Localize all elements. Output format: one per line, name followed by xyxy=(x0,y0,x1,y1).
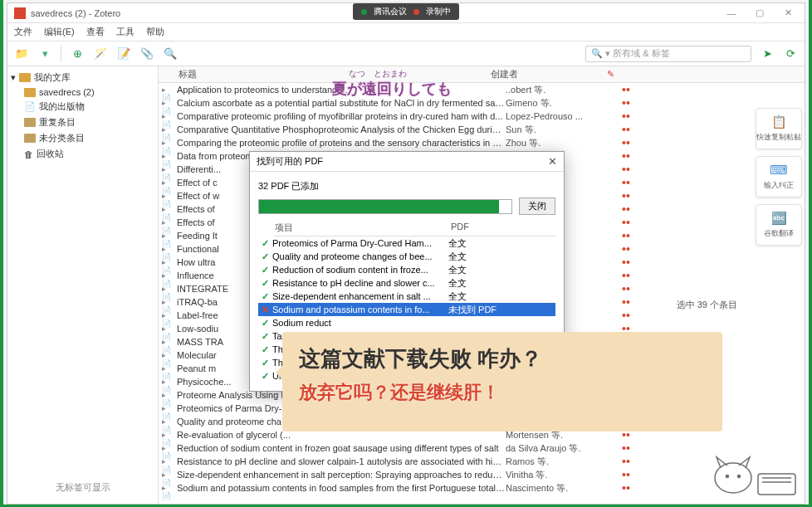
dialog-msg: 32 PDF 已添加 xyxy=(258,180,555,193)
sync-icon[interactable]: ⟳ xyxy=(783,46,798,61)
lookup-icon[interactable]: 🔍 xyxy=(163,46,178,61)
rtool-input-correct[interactable]: ⌨输入纠正 xyxy=(756,156,802,197)
new-item-icon[interactable]: ⊕ xyxy=(70,46,85,61)
progress-bar xyxy=(258,199,512,214)
app-icon xyxy=(14,7,26,19)
sidebar-item[interactable]: 未分类条目 xyxy=(7,130,158,146)
dialog-row[interactable]: ✓Quality and proteome changes of bee...全… xyxy=(258,250,555,263)
sidebar-my-library[interactable]: ▾我的文库 xyxy=(7,70,158,85)
column-headers[interactable]: 标题 创建者 ✎ xyxy=(159,66,805,83)
new-library-icon[interactable]: ▾ xyxy=(37,46,52,61)
menu-help[interactable]: 帮助 xyxy=(146,26,164,38)
menu-file[interactable]: 文件 xyxy=(14,26,32,38)
svg-point-1 xyxy=(726,475,729,478)
sidebar-item[interactable]: 重复条目 xyxy=(7,115,158,130)
maximize-button[interactable]: ▢ xyxy=(750,6,770,21)
table-row[interactable]: ▸📄Comparative proteomic profiling of myo… xyxy=(159,110,805,123)
rtool-copy-paste[interactable]: 📋快速复制粘贴 xyxy=(756,108,802,149)
menubar: 文件 编辑(E) 查看 工具 帮助 xyxy=(7,23,805,41)
toolbar: 📁 ▾ ⊕ 🪄 📝 📎 🔍 🔍 ▾ 所有域 & 标签 ➤ ⟳ xyxy=(7,41,805,66)
speech-line1: 这篇文献下载失败 咋办？ xyxy=(299,344,706,373)
speech-bubble: 这篇文献下载失败 咋办？ 放弃它吗？还是继续肝！ xyxy=(282,332,722,431)
selection-count: 选中 39 个条目 xyxy=(677,299,737,311)
recording-pill: 腾讯会议 录制中 xyxy=(353,3,459,20)
sidebar-item[interactable]: savedrecs (2) xyxy=(7,85,158,99)
sidebar-item[interactable]: 📄我的出版物 xyxy=(7,99,158,115)
dialog-row[interactable]: ✓Size-dependent enhancement in salt ...全… xyxy=(258,290,555,303)
attach-icon[interactable]: 📎 xyxy=(139,46,154,61)
table-row[interactable]: ▸📄Application to proteomics to understan… xyxy=(159,83,805,96)
menu-tools[interactable]: 工具 xyxy=(116,26,135,38)
wand-icon[interactable]: 🪄 xyxy=(93,46,108,61)
dialog-title: 找到可用的 PDF xyxy=(257,155,323,168)
menu-edit[interactable]: 编辑(E) xyxy=(44,26,75,38)
svg-rect-3 xyxy=(758,474,795,495)
table-row[interactable]: ▸📄Calcium ascorbate as a potential parti… xyxy=(159,96,805,110)
svg-point-2 xyxy=(738,475,741,478)
locate-icon[interactable]: ➤ xyxy=(760,46,775,61)
lyrics-furigana: なつ とおまわ xyxy=(349,68,407,80)
sidebar: ▾我的文库 savedrecs (2) 📄我的出版物 重复条目 未分类条目 🗑回… xyxy=(7,66,159,504)
dialog-row[interactable]: ✓Resistance to pH decline and slower c..… xyxy=(258,276,555,290)
close-button[interactable]: ✕ xyxy=(778,6,798,21)
lyrics-overlay: 夏が遠回りしても xyxy=(332,79,452,99)
col-creator[interactable]: 创建者 xyxy=(491,68,607,80)
dialog-row[interactable]: ✓Reduction of sodium content in froze...… xyxy=(258,263,555,276)
speech-line2: 放弃它吗？还是继续肝！ xyxy=(299,380,706,405)
dialog-close-icon[interactable]: ✕ xyxy=(548,155,557,168)
search-input[interactable]: 🔍 ▾ 所有域 & 标签 xyxy=(585,46,751,62)
dialog-close-button[interactable]: 关闭 xyxy=(519,197,555,215)
right-toolbar: 📋快速复制粘贴 ⌨输入纠正 🔤谷歌翻译 xyxy=(756,108,805,246)
menu-view[interactable]: 查看 xyxy=(86,26,105,38)
sidebar-trash[interactable]: 🗑回收站 xyxy=(7,146,158,162)
dialog-row[interactable]: ✓Proteomics of Parma Dry-Cured Ham...全文 xyxy=(258,236,555,250)
rtool-google-translate[interactable]: 🔤谷歌翻译 xyxy=(756,204,802,246)
table-row[interactable]: ▸📄Comparative Quantitative Phosphoproteo… xyxy=(159,123,805,136)
note-icon[interactable]: 📝 xyxy=(116,46,131,61)
new-collection-icon[interactable]: 📁 xyxy=(14,46,29,61)
tag-selector: 无标签可显示 xyxy=(7,475,158,500)
minimize-button[interactable]: — xyxy=(722,6,741,21)
table-row[interactable]: ▸📄Comparing the proteomic profile of pro… xyxy=(159,136,805,149)
dialog-row[interactable]: ✕Sodium and potassium contents in fo...未… xyxy=(258,303,555,316)
dialog-row[interactable]: ✓Sodium reduct xyxy=(258,316,555,329)
cat-doodle xyxy=(704,436,804,503)
